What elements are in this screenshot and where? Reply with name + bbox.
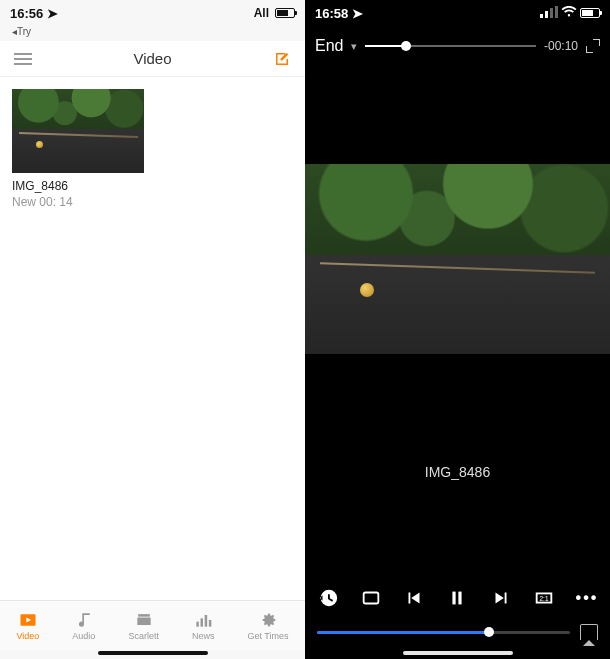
battery-icon xyxy=(580,8,600,18)
home-indicator[interactable] xyxy=(305,650,610,655)
repeat-icon[interactable] xyxy=(360,587,382,609)
tab-video[interactable]: Video xyxy=(17,611,40,641)
tab-label: News xyxy=(192,631,215,641)
tab-label: Video xyxy=(17,631,40,641)
tab-label: Scarlett xyxy=(128,631,159,641)
tab-audio[interactable]: Audio xyxy=(72,611,95,641)
tab-settings[interactable]: Get Times xyxy=(247,611,288,641)
thumbnail-meta: New 00: 14 xyxy=(12,195,144,209)
right-status-bar: 16:58 ➤ xyxy=(305,0,610,26)
playback-slider[interactable] xyxy=(317,631,570,634)
svg-rect-1 xyxy=(138,614,150,617)
left-status-bar: 16:56 ➤ All xyxy=(0,0,305,26)
status-time: 16:58 xyxy=(315,6,348,21)
signal-icon xyxy=(540,6,558,21)
menu-icon[interactable] xyxy=(14,53,32,65)
page-title: Video xyxy=(133,50,171,67)
next-icon[interactable] xyxy=(490,587,512,609)
tab-scarlett[interactable]: Scarlett xyxy=(128,611,159,641)
more-icon[interactable]: ••• xyxy=(576,587,598,609)
svg-rect-2 xyxy=(137,617,150,625)
folder-icon xyxy=(134,611,154,629)
network-label: All xyxy=(254,6,269,20)
time-remaining: -00:10 xyxy=(544,39,578,53)
svg-rect-6 xyxy=(209,620,212,627)
tab-news[interactable]: News xyxy=(192,611,215,641)
svg-rect-5 xyxy=(205,615,208,627)
airplay-icon[interactable] xyxy=(580,624,598,640)
thumbnail-name: IMG_8486 xyxy=(12,179,144,193)
svg-rect-4 xyxy=(201,618,204,626)
history-icon[interactable] xyxy=(317,587,339,609)
wifi-icon xyxy=(561,6,577,21)
edit-icon[interactable] xyxy=(273,50,291,68)
svg-rect-13 xyxy=(459,592,462,605)
svg-rect-8 xyxy=(545,11,548,18)
video-thumbnail[interactable]: IMG_8486 New 00: 14 xyxy=(12,89,144,209)
video-frame[interactable] xyxy=(305,164,610,354)
home-indicator[interactable] xyxy=(0,650,305,655)
fullscreen-icon[interactable] xyxy=(586,39,600,53)
location-icon: ➤ xyxy=(47,6,58,21)
svg-rect-7 xyxy=(540,14,543,18)
pause-icon[interactable] xyxy=(446,587,468,609)
svg-rect-3 xyxy=(196,621,199,626)
gear-icon xyxy=(258,611,278,629)
title-label[interactable]: End xyxy=(315,37,343,55)
svg-text:2:1: 2:1 xyxy=(539,595,548,602)
svg-rect-12 xyxy=(453,592,456,605)
status-time: 16:56 xyxy=(10,6,43,21)
music-icon xyxy=(74,611,94,629)
battery-icon xyxy=(275,8,295,18)
tab-label: Get Times xyxy=(247,631,288,641)
volume-slider[interactable] xyxy=(365,45,536,47)
tab-bar: Video Audio Scarlett News Get Times xyxy=(0,600,305,650)
svg-rect-10 xyxy=(555,6,558,18)
video-filename: IMG_8486 xyxy=(305,464,610,480)
aspect-ratio-icon[interactable]: 2:1 xyxy=(533,587,555,609)
location-icon: ➤ xyxy=(352,6,363,21)
play-icon xyxy=(18,611,38,629)
previous-icon[interactable] xyxy=(403,587,425,609)
svg-rect-11 xyxy=(364,593,379,604)
tab-label: Audio xyxy=(72,631,95,641)
back-breadcrumb[interactable]: ◂Try xyxy=(0,26,305,41)
svg-rect-9 xyxy=(550,8,553,18)
chevron-down-icon[interactable]: ▾ xyxy=(351,40,357,53)
bars-icon xyxy=(193,611,213,629)
